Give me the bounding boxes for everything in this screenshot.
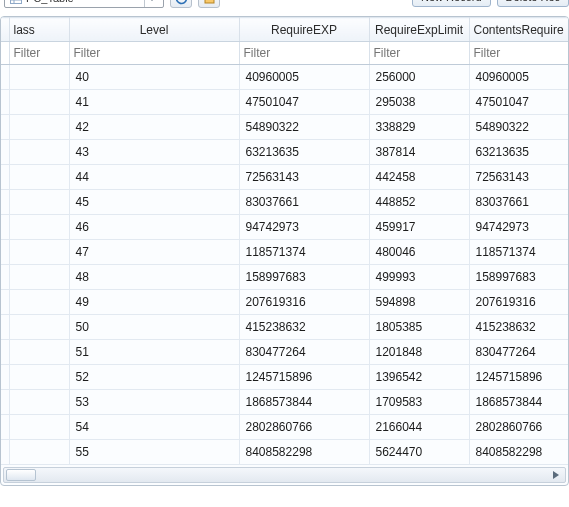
cell-requireexplimit[interactable]: 338829: [369, 115, 469, 140]
cell-requireexplimit[interactable]: 256000: [369, 65, 469, 90]
cell-level[interactable]: 42: [69, 115, 239, 140]
cell-requireexp[interactable]: 118571374: [239, 240, 369, 265]
cell-contentsrequire[interactable]: 40960005: [469, 65, 569, 90]
column-header-rowhead[interactable]: [1, 18, 9, 42]
cell-class[interactable]: [9, 190, 69, 215]
cell-contentsrequire[interactable]: 8408582298: [469, 440, 569, 465]
cell-class[interactable]: [9, 415, 69, 440]
cell-requireexplimit[interactable]: 499993: [369, 265, 469, 290]
column-header-class[interactable]: lass: [9, 18, 69, 42]
cell-requireexp[interactable]: 47501047: [239, 90, 369, 115]
cell-requireexplimit[interactable]: 5624470: [369, 440, 469, 465]
cell-requireexp[interactable]: 158997683: [239, 265, 369, 290]
cell-contentsrequire[interactable]: 1868573844: [469, 390, 569, 415]
cell-requireexplimit[interactable]: 594898: [369, 290, 469, 315]
export-button[interactable]: [198, 0, 220, 8]
table-row[interactable]: 518304772641201848830477264: [1, 340, 569, 365]
table-row[interactable]: 469474297345991794742973: [1, 215, 569, 240]
cell-requireexp[interactable]: 94742973: [239, 215, 369, 240]
cell-requireexp[interactable]: 8408582298: [239, 440, 369, 465]
cell-class[interactable]: [9, 115, 69, 140]
new-record-button[interactable]: New Record: [412, 0, 491, 7]
cell-class[interactable]: [9, 315, 69, 340]
cell-requireexplimit[interactable]: 459917: [369, 215, 469, 240]
cell-contentsrequire[interactable]: 1245715896: [469, 365, 569, 390]
cell-requireexplimit[interactable]: 1396542: [369, 365, 469, 390]
cell-level[interactable]: 49: [69, 290, 239, 315]
table-row[interactable]: 458303766144885283037661: [1, 190, 569, 215]
delete-record-button[interactable]: Delete Rec: [497, 0, 569, 7]
cell-level[interactable]: 43: [69, 140, 239, 165]
column-header-contentsrequire[interactable]: ContentsRequire: [469, 18, 569, 42]
cell-level[interactable]: 52: [69, 365, 239, 390]
table-row[interactable]: 436321363538781463213635: [1, 140, 569, 165]
cell-requireexplimit[interactable]: 1709583: [369, 390, 469, 415]
cell-class[interactable]: [9, 265, 69, 290]
filter-input-class[interactable]: [14, 44, 65, 62]
cell-level[interactable]: 44: [69, 165, 239, 190]
cell-class[interactable]: [9, 65, 69, 90]
cell-requireexplimit[interactable]: 1201848: [369, 340, 469, 365]
cell-level[interactable]: 45: [69, 190, 239, 215]
cell-requireexplimit[interactable]: 480046: [369, 240, 469, 265]
table-row[interactable]: 52124571589613965421245715896: [1, 365, 569, 390]
cell-requireexplimit[interactable]: 448852: [369, 190, 469, 215]
column-header-requireexplimit[interactable]: RequireExpLimit: [369, 18, 469, 42]
cell-requireexp[interactable]: 207619316: [239, 290, 369, 315]
cell-level[interactable]: 51: [69, 340, 239, 365]
cell-requireexplimit[interactable]: 442458: [369, 165, 469, 190]
cell-class[interactable]: [9, 240, 69, 265]
column-header-requireexp[interactable]: RequireEXP: [239, 18, 369, 42]
scrollbar-thumb[interactable]: [6, 469, 36, 481]
cell-contentsrequire[interactable]: 2802860766: [469, 415, 569, 440]
column-header-level[interactable]: Level: [69, 18, 239, 42]
cell-requireexplimit[interactable]: 387814: [369, 140, 469, 165]
cell-class[interactable]: [9, 215, 69, 240]
cell-class[interactable]: [9, 390, 69, 415]
table-row[interactable]: 447256314344245872563143: [1, 165, 569, 190]
table-row[interactable]: 47118571374480046118571374: [1, 240, 569, 265]
cell-level[interactable]: 41: [69, 90, 239, 115]
cell-requireexp[interactable]: 63213635: [239, 140, 369, 165]
table-row[interactable]: 55840858229856244708408582298: [1, 440, 569, 465]
table-select-combo[interactable]: PC_Table: [4, 0, 164, 8]
cell-class[interactable]: [9, 140, 69, 165]
cell-level[interactable]: 54: [69, 415, 239, 440]
scroll-right-icon[interactable]: [548, 468, 564, 482]
filter-input-level[interactable]: [74, 44, 235, 62]
cell-requireexp[interactable]: 415238632: [239, 315, 369, 340]
filter-input-contentsrequire[interactable]: [474, 44, 565, 62]
cell-requireexplimit[interactable]: 2166044: [369, 415, 469, 440]
table-row[interactable]: 425489032233882954890322: [1, 115, 569, 140]
table-row[interactable]: 504152386321805385415238632: [1, 315, 569, 340]
cell-contentsrequire[interactable]: 63213635: [469, 140, 569, 165]
cell-contentsrequire[interactable]: 83037661: [469, 190, 569, 215]
cell-requireexplimit[interactable]: 295038: [369, 90, 469, 115]
cell-requireexp[interactable]: 1868573844: [239, 390, 369, 415]
cell-class[interactable]: [9, 440, 69, 465]
cell-requireexp[interactable]: 1245715896: [239, 365, 369, 390]
cell-requireexplimit[interactable]: 1805385: [369, 315, 469, 340]
cell-level[interactable]: 55: [69, 440, 239, 465]
cell-requireexp[interactable]: 40960005: [239, 65, 369, 90]
cell-contentsrequire[interactable]: 118571374: [469, 240, 569, 265]
cell-contentsrequire[interactable]: 72563143: [469, 165, 569, 190]
table-row[interactable]: 54280286076621660442802860766: [1, 415, 569, 440]
cell-class[interactable]: [9, 290, 69, 315]
cell-contentsrequire[interactable]: 207619316: [469, 290, 569, 315]
cell-contentsrequire[interactable]: 415238632: [469, 315, 569, 340]
cell-class[interactable]: [9, 90, 69, 115]
cell-contentsrequire[interactable]: 94742973: [469, 215, 569, 240]
cell-requireexp[interactable]: 72563143: [239, 165, 369, 190]
table-row[interactable]: 53186857384417095831868573844: [1, 390, 569, 415]
filter-input-requireexplimit[interactable]: [374, 44, 465, 62]
cell-level[interactable]: 50: [69, 315, 239, 340]
refresh-button[interactable]: [170, 0, 192, 8]
cell-contentsrequire[interactable]: 54890322: [469, 115, 569, 140]
cell-requireexp[interactable]: 54890322: [239, 115, 369, 140]
cell-level[interactable]: 47: [69, 240, 239, 265]
table-row[interactable]: 49207619316594898207619316: [1, 290, 569, 315]
table-row[interactable]: 414750104729503847501047: [1, 90, 569, 115]
cell-requireexp[interactable]: 2802860766: [239, 415, 369, 440]
filter-input-requireexp[interactable]: [244, 44, 365, 62]
